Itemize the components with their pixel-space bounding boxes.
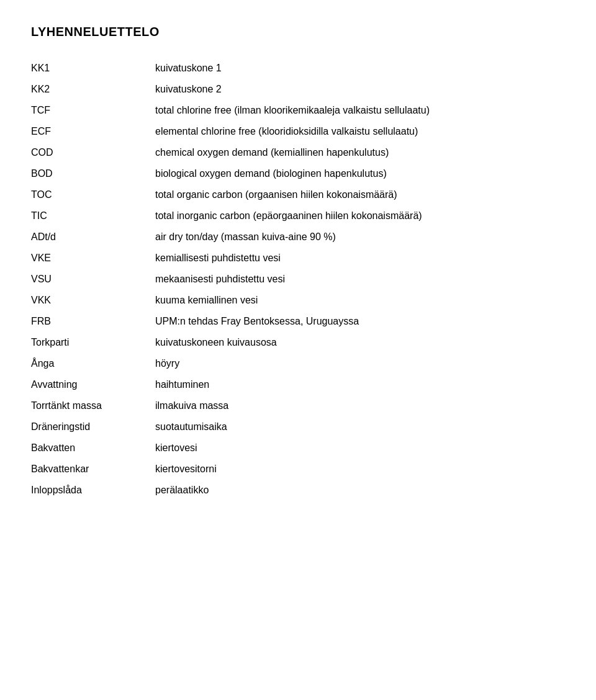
table-row: VKEkemiallisesti puhdistettu vesi	[31, 248, 565, 269]
table-row: ECFelemental chlorine free (klooridioksi…	[31, 121, 565, 142]
abbreviation-definition: UPM:n tehdas Fray Bentoksessa, Uruguayss…	[155, 311, 565, 332]
abbreviation-term: BOD	[31, 163, 155, 184]
table-row: Torrtänkt massailmakuiva massa	[31, 395, 565, 416]
abbreviation-term: KK1	[31, 58, 155, 79]
abbreviation-definition: kiertovesitorni	[155, 459, 565, 480]
abbreviation-definition: air dry ton/day (massan kuiva-aine 90 %)	[155, 227, 565, 248]
abbreviation-term: TOC	[31, 184, 155, 205]
page-title: LYHENNELUETTELO	[31, 25, 565, 39]
abbreviation-term: VSU	[31, 269, 155, 290]
abbreviation-definition: total chlorine free (ilman kloorikemikaa…	[155, 100, 565, 121]
abbreviation-term: Torrtänkt massa	[31, 395, 155, 416]
abbreviation-term: Dräneringstid	[31, 416, 155, 437]
table-row: TCFtotal chlorine free (ilman kloorikemi…	[31, 100, 565, 121]
abbreviation-definition: elemental chlorine free (klooridioksidil…	[155, 121, 565, 142]
abbreviation-term: KK2	[31, 79, 155, 100]
abbreviation-definition: total inorganic carbon (epäorgaaninen hi…	[155, 205, 565, 227]
abbreviation-definition: biological oxygen demand (biologinen hap…	[155, 163, 565, 184]
abbreviation-definition: haihtuminen	[155, 374, 565, 395]
table-row: Bakvattenkarkiertovesitorni	[31, 459, 565, 480]
abbreviation-term: VKE	[31, 248, 155, 269]
abbreviation-term: VKK	[31, 290, 155, 311]
table-row: Bakvattenkiertovesi	[31, 437, 565, 459]
table-row: KK1kuivatuskone 1	[31, 58, 565, 79]
table-row: Inloppslådaperälaatikko	[31, 480, 565, 501]
abbreviation-definition: ilmakuiva massa	[155, 395, 565, 416]
abbreviation-term: COD	[31, 142, 155, 163]
abbreviation-term: TCF	[31, 100, 155, 121]
abbreviation-definition: chemical oxygen demand (kemiallinen hape…	[155, 142, 565, 163]
abbreviation-definition: mekaanisesti puhdistettu vesi	[155, 269, 565, 290]
table-row: BODbiological oxygen demand (biologinen …	[31, 163, 565, 184]
abbreviation-definition: suotautumisaika	[155, 416, 565, 437]
abbreviation-term: Bakvattenkar	[31, 459, 155, 480]
abbreviation-term: Ånga	[31, 353, 155, 374]
abbreviation-term: TIC	[31, 205, 155, 227]
abbreviation-term: Torkparti	[31, 332, 155, 353]
table-row: Torkpartikuivatuskoneen kuivausosa	[31, 332, 565, 353]
table-row: CODchemical oxygen demand (kemiallinen h…	[31, 142, 565, 163]
table-row: FRBUPM:n tehdas Fray Bentoksessa, Urugua…	[31, 311, 565, 332]
abbreviation-term: Bakvatten	[31, 437, 155, 459]
table-row: TOCtotal organic carbon (orgaanisen hiil…	[31, 184, 565, 205]
table-row: Dräneringstidsuotautumisaika	[31, 416, 565, 437]
abbreviation-definition: total organic carbon (orgaanisen hiilen …	[155, 184, 565, 205]
abbreviation-definition: kuivatuskone 1	[155, 58, 565, 79]
abbreviation-definition: kuivatuskoneen kuivausosa	[155, 332, 565, 353]
abbreviation-definition: kuuma kemiallinen vesi	[155, 290, 565, 311]
table-row: TICtotal inorganic carbon (epäorgaaninen…	[31, 205, 565, 227]
abbreviation-definition: kemiallisesti puhdistettu vesi	[155, 248, 565, 269]
table-row: Avvattninghaihtuminen	[31, 374, 565, 395]
abbreviation-term: ADt/d	[31, 227, 155, 248]
abbreviation-definition: kiertovesi	[155, 437, 565, 459]
table-row: ADt/dair dry ton/day (massan kuiva-aine …	[31, 227, 565, 248]
abbreviation-term: FRB	[31, 311, 155, 332]
abbreviation-term: Inloppslåda	[31, 480, 155, 501]
table-row: KK2kuivatuskone 2	[31, 79, 565, 100]
abbreviation-definition: höyry	[155, 353, 565, 374]
table-row: Ångahöyry	[31, 353, 565, 374]
abbreviation-table: KK1kuivatuskone 1KK2kuivatuskone 2TCFtot…	[31, 58, 565, 501]
table-row: VKKkuuma kemiallinen vesi	[31, 290, 565, 311]
table-row: VSUmekaanisesti puhdistettu vesi	[31, 269, 565, 290]
abbreviation-term: ECF	[31, 121, 155, 142]
abbreviation-term: Avvattning	[31, 374, 155, 395]
abbreviation-definition: perälaatikko	[155, 480, 565, 501]
abbreviation-definition: kuivatuskone 2	[155, 79, 565, 100]
